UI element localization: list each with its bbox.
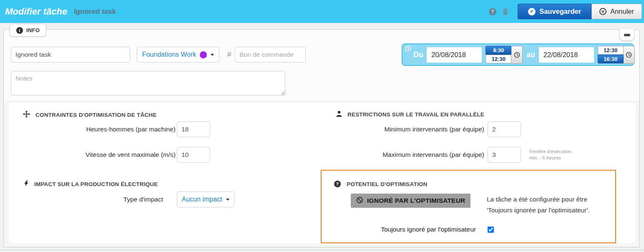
impact-type-value: Aucun impact [182,196,222,203]
header-bar: Modifier tâche Ignored task ? ✔ Sauvegar… [0,0,644,23]
min-workers-input[interactable] [488,121,521,137]
execution-window-note-line1: Fenêtre d'exécution [529,149,571,154]
max-workers-row: Maximum intervenants (par équipe) Fenêtr… [276,147,571,163]
category-label: Foundations Work [142,51,196,58]
start-time-begin[interactable]: 8:30 [486,46,511,55]
wind-speed-input[interactable] [177,147,210,163]
end-time-begin[interactable]: 12:30 [598,46,624,55]
section-optimization-title: POTENTIEL D'OPTIMISATION [347,181,428,187]
end-time-group: 12:30 16:30 [598,45,635,64]
min-workers-label: Minimum intervenants (par équipe) [276,126,484,133]
ignored-badge-label: IGNORÉ PAR L'OPTIMISATEUR [367,197,465,204]
ban-icon [356,197,363,205]
max-workers-label: Maximum intervenants (par équipe) [276,151,484,159]
optimization-description-line1: La tâche a été configurée pour être [487,196,587,203]
impact-type-label: Type d'impact [9,196,163,203]
always-ignored-checkbox[interactable] [488,227,494,233]
end-time-end[interactable]: 16:30 [598,55,624,63]
notes-textarea[interactable] [11,71,285,96]
section-optimization-header: ? POTENTIEL D'OPTIMISATION [334,181,428,187]
optimization-highlight-box: ? POTENTIEL D'OPTIMISATION IGNORÉ PAR L'… [321,170,616,243]
start-time-stack: 8:30 12:30 [486,46,511,63]
save-button[interactable]: ✔ Sauvegarder [518,4,591,19]
start-date-input[interactable] [427,47,482,63]
end-time-picker-button[interactable] [624,46,635,64]
task-name-input[interactable] [11,47,130,63]
question-circle-icon: ? [334,181,341,187]
task-title: Ignored task [74,8,116,16]
section-restrictions-title: RESTRICTIONS SUR LE TRAVAIL EN PARALLÈLE [347,111,484,118]
tab-info[interactable]: i INFO [10,24,46,37]
impact-type-row: Type d'impact Aucun impact [9,192,234,207]
collapse-panel-button[interactable] [619,29,634,41]
order-number-input[interactable] [235,47,306,63]
from-label: Du [413,50,423,59]
optimization-description: La tâche a été configurée pour être 'Tou… [487,194,590,215]
always-ignored-label: Toujours ignoré par l'optimisateur [322,226,476,233]
settings-card: CONTRAINTES D'OPTIMISATION DE TÂCHE Heur… [9,102,635,243]
man-hours-label: Heures-hommes (par machine) [9,126,176,133]
execution-window-note: Fenêtre d'exécution min. : 6 heures [529,149,571,161]
start-time-group: 8:30 12:30 [486,45,523,64]
page-title: Modifier tâche [5,6,67,17]
category-color-dot [200,51,207,58]
chevron-down-icon [226,199,229,201]
page-bottom-divider [0,250,644,250]
cancel-button[interactable]: × Annuler [591,4,642,19]
end-date-input[interactable] [539,47,594,63]
clock-icon [405,45,411,53]
section-constraints-title: CONTRAINTES D'OPTIMISATION DE TÂCHE [35,112,156,118]
man-hours-input[interactable] [177,121,210,137]
person-icon [336,111,342,118]
impact-type-dropdown[interactable]: Aucun impact [177,192,234,207]
section-restrictions-header: RESTRICTIONS SUR LE TRAVAIL EN PARALLÈLE [336,111,484,118]
date-range-widget: Du 8:30 12:30 au 12:30 16:30 [402,43,634,66]
ignored-by-optimizer-badge: IGNORÉ PAR L'OPTIMISATEUR [351,194,470,208]
close-circle-icon: × [599,8,606,15]
execution-window-note-line2: min. : 6 heures [529,155,561,160]
section-impact-header: IMPACT SUR LA PRODUCTION ÉLECTRIQUE [24,180,158,188]
to-label: au [526,50,535,59]
always-ignored-row: Toujours ignoré par l'optimisateur [322,224,494,235]
cancel-button-label: Annuler [610,8,634,15]
info-icon: i [16,27,23,34]
check-circle-icon: ✔ [528,8,536,15]
minus-icon [624,34,630,36]
tab-info-label: INFO [26,27,40,33]
move-icon [23,111,30,119]
section-constraints-header: CONTRAINTES D'OPTIMISATION DE TÂCHE [23,111,156,119]
trash-icon[interactable] [502,8,508,15]
wind-speed-label: Vitesse de vent maximale (m/s) [9,151,176,159]
wind-speed-row: Vitesse de vent maximale (m/s) [9,147,210,163]
section-impact-title: IMPACT SUR LA PRODUCTION ÉLECTRIQUE [34,181,158,187]
task-edit-panel: i INFO Foundations Work # Du 8:30 12:30 [3,29,640,247]
save-button-label: Sauvegarder [539,8,581,15]
optimization-description-line2: 'Toujours ignorée par l'optimisateur'. [487,207,590,214]
min-workers-row: Minimum intervenants (par équipe) [276,121,521,137]
help-icon[interactable]: ? [489,8,496,15]
lightning-icon [24,180,29,188]
start-time-end[interactable]: 12:30 [486,55,511,63]
chevron-down-icon [211,54,214,56]
start-time-picker-button[interactable] [511,46,523,64]
header-actions: ✔ Sauvegarder × Annuler [518,4,642,19]
order-hash-label: # [227,47,231,63]
man-hours-row: Heures-hommes (par machine) [9,121,210,137]
end-time-stack: 12:30 16:30 [598,46,624,63]
max-workers-input[interactable] [488,147,521,163]
category-dropdown[interactable]: Foundations Work [137,47,219,63]
